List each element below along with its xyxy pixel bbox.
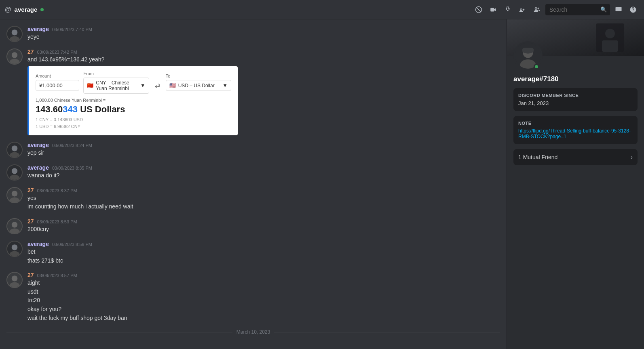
- topbar-actions: 🔍: [473, 4, 639, 15]
- message-line: wanna do it?: [27, 172, 500, 180]
- mutual-friends-row[interactable]: 1 Mutual Friend ›: [513, 149, 638, 165]
- message-header: average 03/09/2023 8:35 PM: [27, 164, 500, 171]
- channel-header: @ average: [5, 6, 44, 13]
- status-dot: [40, 8, 44, 11]
- message-header: average 03/09/2023 8:24 PM: [27, 142, 500, 148]
- main-area: average 03/09/2023 7:40 PM yeye: [0, 19, 644, 349]
- username: average: [27, 26, 49, 32]
- avatar: [6, 142, 23, 158]
- chevron-right-icon: ›: [631, 154, 633, 160]
- timestamp: 03/09/2023 8:56 PM: [52, 242, 92, 247]
- note-value: https://flipd.gg/Thread-Selling-buff-bal…: [518, 128, 633, 139]
- member-since-label: DISCORD MEMBER SINCE: [518, 93, 633, 98]
- date-divider: March 10, 2023: [6, 329, 500, 335]
- pin-icon: [504, 6, 511, 13]
- svg-point-4: [12, 29, 17, 35]
- message-content: 27 03/09/2023 8:57 PM aight usdt trc20 o…: [27, 272, 500, 323]
- search-wrapper: 🔍: [545, 4, 610, 15]
- inbox-icon-btn[interactable]: [612, 4, 625, 15]
- avatar: [6, 48, 23, 65]
- timestamp: 03/09/2023 8:57 PM: [37, 273, 77, 278]
- username: average: [27, 164, 49, 171]
- message-line: bet: [27, 248, 500, 256]
- result-unit: US Dollars: [78, 104, 125, 114]
- message-group: average 03/09/2023 8:56 PM bet thats 271…: [6, 241, 500, 265]
- svg-point-10: [12, 145, 17, 151]
- message-header: 27 03/09/2023 8:53 PM: [27, 218, 500, 225]
- inbox-icon: [615, 6, 622, 13]
- profile-sidebar: average#7180 DISCORD MEMBER SINCE Jan 21…: [507, 19, 644, 349]
- message-header: average 03/09/2023 7:40 PM: [27, 26, 500, 32]
- from-flag: 🇨🇳: [87, 82, 93, 88]
- message-text: wanna do it?: [27, 172, 500, 180]
- svg-point-29: [605, 29, 615, 38]
- amount-label: Amount: [36, 74, 79, 78]
- discord-member-section: DISCORD MEMBER SINCE Jan 21, 2023: [513, 88, 638, 111]
- add-member-icon-btn[interactable]: [516, 4, 528, 15]
- pin-icon-btn[interactable]: [502, 4, 514, 15]
- message-group: 27 03/09/2023 8:57 PM aight usdt trc20 o…: [6, 272, 500, 323]
- message-text: yes im counting how much i actually need…: [27, 194, 500, 211]
- username: 27: [27, 218, 34, 225]
- avatar-image: [7, 272, 22, 288]
- search-input[interactable]: [545, 4, 610, 15]
- timestamp: 03/09/2023 8:35 PM: [52, 166, 92, 170]
- message-line: yeye: [27, 33, 500, 41]
- message-content: average 03/09/2023 8:24 PM yep sir: [27, 142, 500, 158]
- message-line: trc20: [27, 296, 500, 305]
- members-icon-btn[interactable]: [531, 4, 543, 15]
- from-label: From: [83, 71, 149, 76]
- phone-icon-btn[interactable]: [473, 4, 485, 15]
- timestamp: 03/09/2023 8:37 PM: [37, 188, 77, 193]
- timestamp: 03/09/2023 7:40 PM: [52, 27, 92, 32]
- svg-point-16: [12, 191, 17, 196]
- username: average: [27, 241, 49, 247]
- svg-line-1: [477, 7, 481, 12]
- message-group: average 03/09/2023 8:24 PM yep sir: [6, 142, 500, 158]
- avatar-image: [7, 26, 22, 42]
- converter-inputs-row: Amount ¥1,000.00 From 🇨🇳 CNY – Chinese Y…: [36, 71, 231, 94]
- message-line: im counting how much i actually need wai…: [27, 203, 500, 211]
- messages-list: average 03/09/2023 7:40 PM yeye: [0, 19, 507, 349]
- message-line: yep sir: [27, 149, 500, 157]
- note-section: NOTE https://flipd.gg/Thread-Selling-buf…: [513, 116, 638, 144]
- video-icon-btn[interactable]: [487, 4, 499, 15]
- message-content: average 03/09/2023 8:35 PM wanna do it?: [27, 164, 500, 181]
- members-icon: [533, 6, 541, 13]
- swap-button[interactable]: ⇄: [153, 80, 162, 91]
- message-line: wait the fuck my buff shop got 3day ban: [27, 314, 500, 322]
- avatar-image: [7, 241, 22, 257]
- help-icon: [629, 6, 637, 13]
- amount-group: Amount ¥1,000.00: [36, 74, 79, 91]
- profile-banner: [507, 19, 644, 56]
- svg-point-13: [12, 168, 17, 174]
- result-highlight: 343: [63, 104, 78, 114]
- svg-point-19: [12, 222, 17, 227]
- timestamp: 03/09/2023 8:53 PM: [37, 219, 77, 224]
- channel-name: average: [15, 6, 38, 13]
- message-group: 27 03/09/2023 8:53 PM 2000cny: [6, 218, 500, 234]
- message-line: okay for you?: [27, 305, 500, 313]
- message-group: 27 03/09/2023 8:37 PM yes im counting ho…: [6, 187, 500, 212]
- avatar: [6, 164, 23, 181]
- to-group: To 🇺🇸 USD – US Dollar ▼: [166, 74, 231, 91]
- topbar: @ average 🔍: [0, 0, 644, 19]
- message-group: average 03/09/2023 8:35 PM wanna do it?: [6, 164, 500, 181]
- note-label: NOTE: [518, 121, 633, 126]
- username: 27: [27, 48, 34, 55]
- avatar: [6, 272, 23, 288]
- avatar: [6, 218, 23, 234]
- avatar-image: [7, 164, 22, 181]
- message-line: usdt: [27, 288, 500, 296]
- message-content: average 03/09/2023 7:40 PM yeye: [27, 26, 500, 42]
- to-label: To: [166, 74, 231, 78]
- message-content: average 03/09/2023 8:56 PM bet thats 271…: [27, 241, 500, 265]
- message-line: thats 271$ btc: [27, 257, 500, 265]
- help-icon-btn[interactable]: [627, 4, 639, 15]
- avatar-image: [7, 142, 22, 158]
- avatar-image: [7, 218, 22, 234]
- video-icon: [490, 6, 497, 13]
- profile-info: average#7180 DISCORD MEMBER SINCE Jan 21…: [507, 56, 644, 172]
- message-text: yeye: [27, 33, 500, 41]
- message-text: 2000cny: [27, 225, 500, 233]
